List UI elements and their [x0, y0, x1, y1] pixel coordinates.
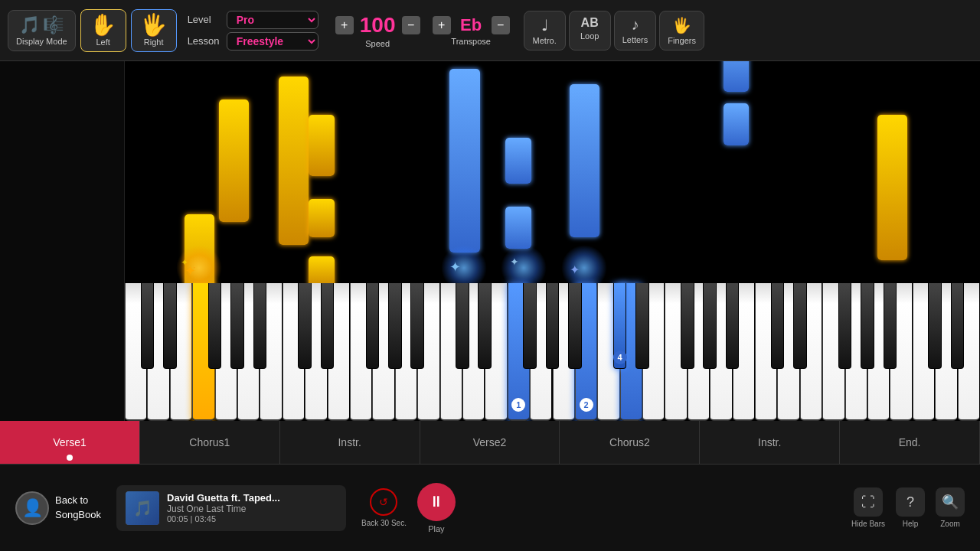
letters-label: Letters — [622, 35, 648, 44]
speed-minus-button[interactable]: − — [402, 16, 420, 34]
black-key[interactable] — [546, 283, 560, 369]
black-key[interactable] — [861, 283, 874, 369]
display-mode-button[interactable]: 🎵 🎼 Display Mode — [8, 10, 76, 51]
metro-label: Metro. — [533, 36, 557, 45]
pause-button[interactable]: ⏸ — [417, 483, 456, 521]
loop-label: Loop — [580, 31, 599, 41]
back30-button[interactable]: ↺ Back 30 Sec. — [361, 488, 407, 527]
playback-controls: ↺ Back 30 Sec. ⏸ Play — [361, 483, 456, 533]
loop-button[interactable]: AB Loop — [569, 11, 611, 51]
tab-instr2[interactable]: Instr. — [700, 421, 840, 464]
particle-blue: ✦ — [449, 259, 461, 276]
metro-button[interactable]: ♩ Metro. — [524, 11, 566, 51]
piano-container: 124 — [125, 283, 980, 421]
black-key[interactable] — [523, 283, 537, 369]
songbook-button[interactable]: 👤 Back to SongBook — [15, 491, 101, 525]
black-key[interactable] — [410, 283, 424, 369]
tab-instr1[interactable]: Instr. — [280, 421, 420, 464]
black-key[interactable] — [793, 283, 807, 369]
particle-blue: ✦ — [510, 256, 519, 268]
tab-chorus2-label: Chorus2 — [609, 436, 650, 448]
transpose-section: + Eb − Transpose — [433, 15, 510, 46]
black-key[interactable] — [681, 283, 694, 369]
song-thumbnail: 🎵 — [126, 491, 159, 525]
black-key[interactable] — [366, 283, 380, 369]
note-bar — [279, 77, 309, 245]
song-artist: David Guetta ft. Taped... — [167, 492, 337, 504]
black-key[interactable] — [141, 283, 155, 369]
black-key[interactable] — [635, 283, 649, 369]
black-key[interactable] — [321, 283, 335, 369]
hide-bars-button[interactable]: ⛶ Hide Bars — [851, 487, 885, 528]
black-key[interactable] — [298, 283, 312, 369]
help-icon: ? — [896, 487, 925, 517]
black-key[interactable] — [771, 283, 785, 369]
level-select[interactable]: Pro Easy Medium — [227, 11, 318, 29]
black-key[interactable] — [951, 283, 965, 369]
right-controls: ⛶ Hide Bars ? Help 🔍 Zoom — [851, 487, 965, 528]
black-key[interactable] — [208, 283, 222, 369]
speed-label: Speed — [365, 39, 390, 48]
tab-instr2-label: Instr. — [758, 436, 781, 448]
black-key[interactable] — [456, 283, 469, 369]
black-key[interactable] — [163, 283, 177, 369]
black-key[interactable]: 4 — [613, 283, 627, 369]
fingers-icon: 🖐 — [672, 16, 691, 34]
black-key[interactable] — [703, 283, 717, 369]
play-label: Play — [428, 524, 444, 533]
piano-white-keys: 124 — [125, 283, 980, 421]
black-key[interactable] — [838, 283, 852, 369]
sparkle-blue-2 — [501, 245, 547, 283]
right-tools: ♩ Metro. AB Loop ♪ Letters 🖐 Fingers — [524, 11, 704, 51]
tab-verse1-label: Verse1 — [53, 436, 87, 448]
particle-yellow: ✦ — [181, 257, 188, 268]
songbook-icon: 👤 — [22, 498, 43, 518]
letters-button[interactable]: ♪ Letters — [614, 11, 657, 51]
right-hand-button[interactable]: 🖐 Right — [131, 9, 177, 52]
note-bar — [505, 138, 531, 184]
lesson-select[interactable]: Freestyle Lesson 1 — [227, 32, 318, 51]
zoom-button[interactable]: 🔍 Zoom — [936, 487, 965, 528]
progress-dot — [67, 455, 73, 461]
tab-end[interactable]: End. — [840, 421, 980, 464]
black-key[interactable] — [928, 283, 942, 369]
hide-bars-icon: ⛶ — [854, 487, 883, 517]
tab-end-label: End. — [899, 436, 921, 448]
tab-instr1-label: Instr. — [338, 436, 361, 448]
tab-chorus1-label: Chorus1 — [189, 436, 230, 448]
black-key[interactable] — [253, 283, 267, 369]
black-key[interactable] — [388, 283, 402, 369]
transpose-plus-button[interactable]: + — [433, 16, 451, 34]
songbook-label: Back to SongBook — [55, 494, 101, 521]
black-key[interactable] — [726, 283, 740, 369]
fall-area: ✦ ✦ · ✦ ✦ ✦ — [125, 61, 980, 283]
black-key[interactable] — [230, 283, 244, 369]
song-time: 00:05 | 03:45 — [167, 514, 337, 523]
left-hand-button[interactable]: ✋ Left — [80, 9, 126, 52]
fingers-button[interactable]: 🖐 Fingers — [659, 11, 704, 51]
speed-section: + 100 − Speed — [335, 13, 420, 48]
black-key[interactable] — [884, 283, 897, 369]
transpose-minus-button[interactable]: − — [492, 16, 510, 34]
key-number-4-badge: 4 — [613, 350, 627, 364]
tab-chorus2[interactable]: Chorus2 — [560, 421, 700, 464]
fingers-label: Fingers — [668, 36, 696, 45]
loop-icon: AB — [581, 16, 599, 30]
tab-verse2[interactable]: Verse2 — [420, 421, 560, 464]
level-lesson-section: Level Pro Easy Medium Lesson Freestyle L… — [188, 11, 318, 51]
zoom-label: Zoom — [940, 520, 960, 528]
note-bar — [219, 99, 249, 222]
note-bar — [505, 207, 531, 249]
speed-plus-button[interactable]: + — [335, 16, 354, 34]
help-button[interactable]: ? Help — [896, 487, 925, 528]
black-key[interactable] — [478, 283, 492, 369]
song-details: David Guetta ft. Taped... Just One Last … — [167, 492, 337, 523]
bottom-bar: 👤 Back to SongBook 🎵 David Guetta ft. Ta… — [0, 464, 980, 551]
black-key[interactable] — [568, 283, 582, 369]
back30-label: Back 30 Sec. — [361, 519, 407, 527]
note-bar — [309, 115, 335, 176]
hide-bars-label: Hide Bars — [851, 520, 885, 528]
tab-chorus1[interactable]: Chorus1 — [140, 421, 280, 464]
sparkle-blue-1 — [441, 245, 487, 283]
tab-verse1[interactable]: Verse1 — [0, 421, 140, 464]
